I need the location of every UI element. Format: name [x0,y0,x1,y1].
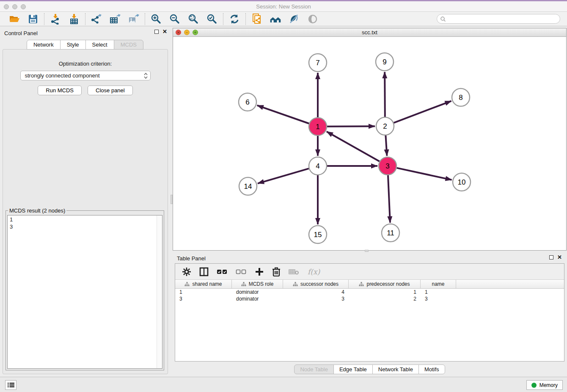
task-history-button[interactable] [5,380,17,390]
node-15[interactable]: 15 [309,226,327,243]
svg-text:11: 11 [387,229,394,237]
node-2[interactable]: 2 [376,117,394,135]
optimization-criterion-select[interactable]: strongly connected component [20,71,151,80]
memory-button[interactable]: Memory [526,380,563,390]
edge-3-11[interactable] [388,175,390,223]
edge-2-3[interactable] [385,135,387,156]
horizontal-splitter-handle[interactable] [365,250,369,252]
column-header-shared-name[interactable]: shared name [175,280,232,288]
svg-text:1: 1 [316,123,319,131]
network-maximize-button[interactable]: + [193,30,198,35]
network-canvas[interactable]: 7968124314101511 [173,37,566,250]
mcds-result-title: MCDS result (2 nodes) [8,207,66,214]
edge-4-14[interactable] [258,168,309,183]
delete-table-icon [289,268,300,276]
select-all-button[interactable] [217,268,228,275]
open-session-button[interactable] [8,13,20,25]
column-header-mcds-role[interactable]: MCDS role [232,280,283,288]
node-14[interactable]: 14 [239,177,257,195]
network-minimize-button[interactable]: − [184,30,190,35]
tab-mcds[interactable]: MCDS [114,40,143,50]
zoom-in-button[interactable] [150,13,162,25]
add-row-button[interactable] [255,267,264,276]
eye-icon [307,14,318,25]
export-table-button[interactable] [109,13,121,25]
search-input[interactable] [448,15,560,23]
export-network-button[interactable] [91,13,102,25]
cell-shared-name: 3 [175,295,232,302]
network-close-button[interactable]: ✕ [176,30,181,35]
export-image-button[interactable] [128,13,140,25]
zoom-fit-button[interactable] [187,13,199,25]
show-all-nodes-button[interactable] [270,13,281,25]
edge-1-2[interactable] [327,126,375,127]
node-10[interactable]: 10 [453,173,471,191]
mcds-result-text[interactable]: 1 3 [7,215,162,369]
edge-2-9[interactable] [385,72,385,117]
node-7[interactable]: 7 [309,54,327,72]
node-8[interactable]: 8 [452,88,470,106]
table-toolbar: f(x) [175,264,564,280]
edge-3-10[interactable] [396,168,451,180]
result-scrollbar[interactable] [157,215,162,368]
search-box[interactable] [437,14,560,24]
save-floppy-icon [28,14,38,24]
tab-motifs[interactable]: Motifs [418,364,445,374]
tab-edge-table[interactable]: Edge Table [333,364,373,374]
table-panel-tabs: Node Table Edge Table Network Table Moti… [173,364,567,374]
close-panel-icon[interactable]: ✕ [162,30,167,34]
table-row[interactable]: 3 dominator 3 2 3 [175,295,564,302]
delete-row-button[interactable] [272,267,281,276]
apply-layout-button[interactable] [228,13,240,25]
duplicate-network-button[interactable] [251,13,263,25]
zoom-selected-button[interactable] [206,13,218,25]
close-window-button[interactable] [4,4,9,9]
table-row[interactable]: 1 dominator 4 1 1 [175,289,564,295]
tab-network-table[interactable]: Network Table [372,364,419,374]
node-4[interactable]: 4 [309,157,327,175]
node-6[interactable]: 6 [239,93,256,111]
mcds-result-box: MCDS result (2 nodes) 1 3 [6,207,164,370]
edge-1-6[interactable] [257,105,309,124]
apply-style-button[interactable] [288,13,300,25]
checked-boxes-icon [217,268,228,275]
edge-2-8[interactable] [394,101,451,123]
deselect-all-button[interactable] [236,268,247,275]
tab-node-table[interactable]: Node Table [294,364,334,374]
float-table-panel-icon[interactable] [549,255,553,259]
save-session-button[interactable] [27,13,39,25]
column-header-name[interactable]: name [421,280,456,288]
network-view-window: ✕ − + scc.txt 7968124314101511 [173,28,567,251]
float-panel-icon[interactable] [154,30,159,34]
column-header-predecessor-nodes[interactable]: predecessor nodes [349,280,421,288]
tab-network[interactable]: Network [27,40,61,50]
close-panel-button[interactable]: Close panel [88,86,133,95]
node-3[interactable]: 3 [379,157,396,175]
tab-style[interactable]: Style [60,40,86,50]
delete-table-button[interactable] [289,268,300,276]
window-title: Session: New Session [0,1,567,12]
maximize-window-button[interactable] [21,4,26,9]
network-window-title: scc.txt [173,28,566,36]
tab-select[interactable]: Select [85,40,114,50]
node-11[interactable]: 11 [382,224,399,242]
import-table-button[interactable] [68,13,80,25]
window-traffic-lights [4,4,26,9]
edge-3-1[interactable] [327,132,380,161]
toggle-panel-layout-button[interactable] [199,267,209,276]
function-builder-button[interactable]: f(x) [308,268,320,276]
minimize-window-button[interactable] [12,4,17,9]
import-network-button[interactable] [50,13,61,25]
memory-status-icon [531,383,537,388]
optimization-criterion-value: strongly connected component [25,72,144,79]
node-1[interactable]: 1 [309,118,327,135]
close-table-panel-icon[interactable]: ✕ [557,255,562,259]
run-mcds-button[interactable]: Run MCDS [38,86,82,95]
column-header-successor-nodes[interactable]: successor nodes [283,280,349,288]
table-panel-title: Table Panel [177,255,206,262]
network-window-titlebar[interactable]: ✕ − + scc.txt [173,28,566,37]
zoom-out-button[interactable] [169,13,181,25]
column-settings-button[interactable] [182,267,191,276]
node-9[interactable]: 9 [376,53,394,71]
show-hide-graphics-button[interactable] [307,13,319,25]
